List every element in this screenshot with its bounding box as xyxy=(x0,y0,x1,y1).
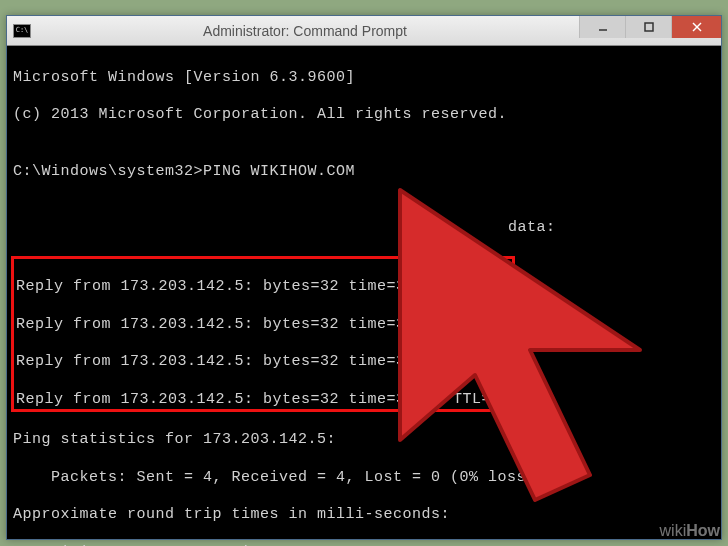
titlebar[interactable]: C:\ Administrator: Command Prompt xyxy=(7,16,721,46)
reply-highlight-box: Reply from 173.203.142.5: bytes=32 time=… xyxy=(11,256,515,412)
minimize-button[interactable] xyxy=(579,16,625,38)
command-prompt-window: C:\ Administrator: Command Prompt Micros… xyxy=(6,15,722,540)
svg-rect-1 xyxy=(645,23,653,31)
window-controls xyxy=(579,16,721,45)
window-title: Administrator: Command Prompt xyxy=(31,23,579,39)
reply-line: Reply from 173.203.142.5: bytes=32 time=… xyxy=(16,353,510,372)
close-button[interactable] xyxy=(671,16,721,38)
terminal-output[interactable]: Microsoft Windows [Version 6.3.9600] (c)… xyxy=(7,46,721,539)
stats-packets-line: Packets: Sent = 4, Received = 4, Lost = … xyxy=(13,469,715,488)
copyright-line: (c) 2013 Microsoft Corporation. All righ… xyxy=(13,106,715,125)
maximize-button[interactable] xyxy=(625,16,671,38)
reply-line: Reply from 173.203.142.5: bytes=32 time=… xyxy=(16,278,510,297)
reply-line: Reply from 173.203.142.5: bytes=32 time=… xyxy=(16,316,510,335)
os-version-line: Microsoft Windows [Version 6.3.9600] xyxy=(13,69,715,88)
stats-header-line: Ping statistics for 173.203.142.5: xyxy=(13,431,715,450)
watermark: wikiHow xyxy=(660,522,720,540)
ping-command-line: C:\Windows\system32>PING WIKIHOW.COM xyxy=(13,163,715,182)
pinging-header-line: data: xyxy=(13,219,715,238)
cmd-icon: C:\ xyxy=(16,27,29,34)
reply-line: Reply from 173.203.142.5: bytes=32 time=… xyxy=(16,391,510,410)
stats-rtt-line: Approximate round trip times in milli-se… xyxy=(13,506,715,525)
system-menu-icon[interactable]: C:\ xyxy=(13,24,31,38)
